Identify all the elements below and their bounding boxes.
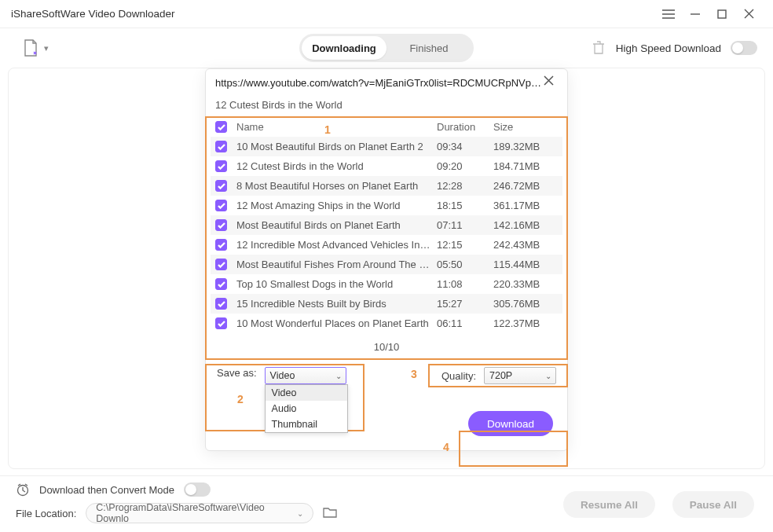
trash-icon[interactable]	[592, 41, 606, 55]
folder-icon[interactable]	[323, 506, 337, 520]
selection-counter: 10/10	[206, 333, 567, 364]
table-header: Name Duration Size	[211, 117, 562, 137]
menu-icon[interactable]	[655, 2, 682, 26]
checkbox-icon[interactable]	[215, 239, 227, 251]
maximize-icon[interactable]	[709, 2, 735, 26]
option-video[interactable]: Video	[266, 385, 347, 401]
url-text: https://www.youtube.com/watch?v=MjEaniGT…	[215, 77, 544, 89]
table-row[interactable]: 15 Incredible Nests Built by Birds15:273…	[211, 294, 562, 314]
row-size: 122.37MB	[493, 317, 558, 329]
row-duration: 05:50	[437, 259, 493, 270]
row-size: 361.17MB	[493, 200, 558, 211]
chevron-down-icon: ⌄	[335, 372, 342, 380]
annotation-label-2: 2	[237, 393, 244, 405]
row-size: 189.32MB	[493, 141, 558, 152]
row-name: Most Beautiful Birds on Planet Earth	[236, 219, 437, 231]
high-speed-label: High Speed Download	[616, 42, 721, 54]
row-duration: 18:15	[437, 200, 493, 211]
row-duration: 15:27	[437, 298, 493, 310]
row-duration: 09:20	[437, 160, 493, 172]
clock-icon	[16, 482, 30, 497]
file-location-select[interactable]: C:\ProgramData\iShareSoftware\Video Down…	[86, 503, 313, 523]
checkbox-icon[interactable]	[215, 141, 227, 152]
tab-downloading[interactable]: Downloading	[302, 36, 386, 60]
row-name: Top 10 Smallest Dogs in the World	[236, 278, 437, 290]
table-row[interactable]: Most Beautiful Fishes From Around The W.…	[211, 255, 562, 274]
toolbar: ▾ Downloading Finished High Speed Downlo…	[0, 28, 773, 68]
checkbox-icon[interactable]	[215, 317, 227, 329]
close-panel-icon[interactable]	[544, 75, 558, 90]
row-duration: 09:34	[437, 141, 493, 152]
titlebar: iShareSoftWare Video Downloader	[0, 0, 773, 28]
row-name: 10 Most Wonderful Places on Planet Earth	[236, 317, 437, 329]
high-speed-toggle[interactable]	[731, 41, 757, 55]
quality-select[interactable]: 720P ⌄	[484, 367, 556, 384]
row-size: 246.72MB	[493, 180, 558, 192]
save-as-label: Save as:	[217, 367, 257, 379]
col-duration: Duration	[437, 121, 493, 133]
quality-label: Quality:	[441, 370, 476, 382]
playlist-panel: https://www.youtube.com/watch?v=MjEaniGT…	[205, 68, 568, 451]
row-size: 220.33MB	[493, 278, 558, 290]
tab-finished[interactable]: Finished	[386, 36, 471, 60]
checkbox-icon[interactable]	[215, 278, 227, 290]
download-button[interactable]: Download	[468, 411, 553, 436]
file-location-label: File Location:	[16, 508, 76, 519]
close-icon[interactable]	[735, 2, 762, 26]
chevron-down-icon[interactable]: ▾	[44, 43, 49, 53]
row-size: 305.76MB	[493, 298, 558, 310]
resume-all-button[interactable]: Resume All	[563, 491, 655, 518]
row-duration: 11:08	[437, 278, 493, 290]
svg-rect-0	[718, 10, 726, 18]
row-duration: 07:11	[437, 219, 493, 231]
row-name: 8 Most Beautiful Horses on Planet Earth	[236, 180, 437, 192]
annotation-label-3: 3	[411, 368, 417, 380]
checkbox-icon[interactable]	[215, 160, 227, 172]
checkbox-icon[interactable]	[215, 219, 227, 231]
table-row[interactable]: 12 Most Amazing Ships in the World18:153…	[211, 196, 562, 215]
table-row[interactable]: 12 Cutest Birds in the World09:20184.71M…	[211, 156, 562, 176]
bottom-bar: Download then Convert Mode File Location…	[0, 475, 773, 532]
row-name: 12 Cutest Birds in the World	[236, 160, 437, 172]
save-as-group: Save as: Video ⌄ Video Audio Thumbnail	[217, 367, 346, 384]
playlist-title: 12 Cutest Birds in the World	[206, 94, 567, 117]
save-as-select[interactable]: Video ⌄ Video Audio Thumbnail	[265, 367, 346, 384]
row-name: Most Beautiful Fishes From Around The W.…	[236, 259, 437, 270]
annotation-label-1: 1	[324, 123, 331, 136]
table-row[interactable]: 12 Incredible Most Advanced Vehicles In …	[211, 235, 562, 255]
convert-mode-label: Download then Convert Mode	[39, 484, 174, 496]
row-size: 184.71MB	[493, 160, 558, 172]
col-size: Size	[493, 121, 558, 133]
table-row[interactable]: 8 Most Beautiful Horses on Planet Earth1…	[211, 176, 562, 196]
add-file-icon[interactable]	[22, 39, 39, 57]
row-duration: 12:15	[437, 239, 493, 251]
checkbox-icon[interactable]	[215, 298, 227, 310]
chevron-down-icon: ⌄	[545, 372, 551, 380]
row-size: 242.43MB	[493, 239, 558, 251]
playlist-table: Name Duration Size 10 Most Beautiful Bir…	[211, 117, 562, 333]
pause-all-button[interactable]: Pause All	[672, 491, 754, 518]
row-duration: 06:11	[437, 317, 493, 329]
row-size: 142.16MB	[493, 219, 558, 231]
row-name: 12 Incredible Most Advanced Vehicles In …	[236, 239, 437, 251]
minimize-icon[interactable]	[682, 2, 709, 26]
table-row[interactable]: Most Beautiful Birds on Planet Earth07:1…	[211, 215, 562, 235]
view-tabs: Downloading Finished	[299, 34, 474, 62]
save-as-dropdown: Video Audio Thumbnail	[265, 384, 348, 433]
convert-mode-toggle[interactable]	[184, 482, 211, 497]
row-size: 115.44MB	[493, 259, 558, 270]
table-row[interactable]: 10 Most Wonderful Places on Planet Earth…	[211, 314, 562, 333]
option-audio[interactable]: Audio	[266, 401, 347, 416]
row-name: 15 Incredible Nests Built by Birds	[236, 298, 437, 310]
row-name: 10 Most Beautiful Birds on Planet Earth …	[236, 141, 437, 152]
table-row[interactable]: 10 Most Beautiful Birds on Planet Earth …	[211, 137, 562, 156]
checkbox-all[interactable]	[215, 121, 227, 133]
quality-group: Quality: 720P ⌄	[441, 367, 556, 384]
option-thumbnail[interactable]: Thumbnail	[266, 416, 347, 432]
checkbox-icon[interactable]	[215, 259, 227, 270]
checkbox-icon[interactable]	[215, 180, 227, 192]
checkbox-icon[interactable]	[215, 200, 227, 211]
row-duration: 12:28	[437, 180, 493, 192]
row-name: 12 Most Amazing Ships in the World	[236, 200, 437, 211]
table-row[interactable]: Top 10 Smallest Dogs in the World11:0822…	[211, 274, 562, 294]
